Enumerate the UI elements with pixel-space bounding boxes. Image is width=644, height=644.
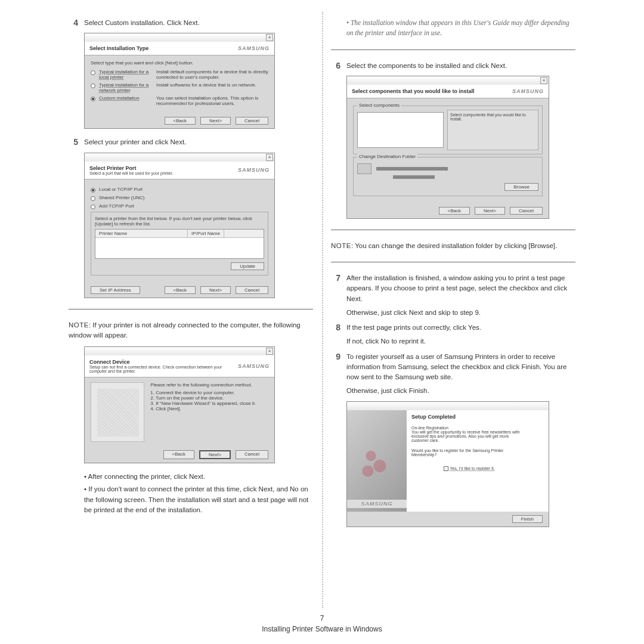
browse-button[interactable]: Browse xyxy=(504,183,538,191)
step-8-text: If the test page prints out correctly, c… xyxy=(346,323,575,333)
radio-icon[interactable] xyxy=(91,188,95,193)
connection-illustration xyxy=(91,382,144,442)
next-button[interactable]: Next> xyxy=(475,207,505,215)
printer-list[interactable]: Printer NameIP/Port Name xyxy=(95,229,264,259)
dialog-title: Setup Completed xyxy=(411,414,527,420)
component-list[interactable] xyxy=(357,112,444,148)
dialog-subtitle: Select type that you want and click [Nex… xyxy=(91,60,268,66)
note-text: NOTE: You can change the desired install… xyxy=(331,241,575,251)
radio-icon[interactable] xyxy=(91,196,95,201)
close-icon[interactable]: × xyxy=(266,348,273,355)
back-button[interactable]: <Back xyxy=(439,207,470,215)
dialog-title: Select components that you would like to… xyxy=(352,88,475,94)
finish-button[interactable]: Finish xyxy=(512,515,543,523)
step-number-5: 5 xyxy=(69,137,84,147)
cancel-button[interactable]: Cancel xyxy=(236,117,268,125)
step-7b-text: Otherwise, just click Next and skip to s… xyxy=(346,308,575,318)
update-button[interactable]: Update xyxy=(231,262,264,270)
install-type-dialog: × Select Installation Type SAMSUNG Selec… xyxy=(84,33,275,129)
dialog-title: Select Printer Port xyxy=(89,165,173,171)
step-number-4: 4 xyxy=(69,18,84,28)
page-footer: 7 Installing Printer Software in Windows xyxy=(0,614,644,633)
step-7-text: After the installation is finished, a wi… xyxy=(346,273,575,304)
radio-icon[interactable] xyxy=(91,83,95,88)
folder-icon xyxy=(357,163,371,174)
page-number: 7 xyxy=(0,614,644,623)
brand-logo: SAMSUNG xyxy=(238,363,270,369)
printer-port-dialog: × Select Printer Port Select a port that… xyxy=(84,153,275,298)
back-button[interactable]: <Back xyxy=(163,450,194,459)
step-9-text: To register yourself as a user of Samsun… xyxy=(346,352,575,383)
next-button[interactable]: Next> xyxy=(200,286,231,294)
radio-icon[interactable] xyxy=(91,97,95,101)
brand-logo: SAMSUNG xyxy=(347,500,407,508)
column-divider xyxy=(322,12,323,608)
cancel-button[interactable]: Cancel xyxy=(236,450,268,459)
step-9b-text: Otherwise, just click Finish. xyxy=(346,386,575,396)
back-button[interactable]: <Back xyxy=(165,117,196,125)
brand-logo: SAMSUNG xyxy=(512,88,544,94)
setup-illustration: SAMSUNG xyxy=(347,410,407,512)
step-4-text: Select Custom installation. Click Next. xyxy=(84,18,313,28)
step-number-8: 8 xyxy=(331,323,346,347)
note-text: NOTE: If your printer is not already con… xyxy=(69,320,313,341)
select-components-dialog: × Select components that you would like … xyxy=(346,76,549,219)
step-number-6: 6 xyxy=(331,61,346,71)
checkbox[interactable] xyxy=(444,466,448,471)
radio-icon[interactable] xyxy=(91,205,95,209)
close-icon[interactable]: × xyxy=(266,34,273,41)
back-button[interactable]: <Back xyxy=(165,286,196,294)
footer-title: Installing Printer Software in Windows xyxy=(262,625,382,633)
close-icon[interactable]: × xyxy=(540,77,547,84)
bullet-text: If you don't want to connect the printer… xyxy=(69,484,313,515)
close-icon[interactable]: × xyxy=(266,154,273,161)
step-5-text: Select your printer and click Next. xyxy=(84,137,313,147)
dialog-title: Connect Device xyxy=(89,359,238,365)
brand-logo: SAMSUNG xyxy=(238,167,270,173)
next-button[interactable]: Next> xyxy=(200,117,231,125)
cancel-button[interactable]: Cancel xyxy=(236,286,268,294)
setup-completed-dialog: SAMSUNG Setup Completed On-line Registra… xyxy=(346,401,549,527)
bullet-text: After connecting the printer, click Next… xyxy=(69,472,313,482)
cancel-button[interactable]: Cancel xyxy=(510,207,543,215)
step-8b-text: If not, click No to reprint it. xyxy=(346,336,575,346)
brand-logo: SAMSUNG xyxy=(238,45,270,51)
italic-note: • The installation window that appears i… xyxy=(331,18,575,39)
step-6-text: Select the components to be installed an… xyxy=(346,61,575,71)
next-button[interactable]: Next> xyxy=(199,450,231,459)
step-number-7: 7 xyxy=(331,273,346,318)
dialog-title: Select Installation Type xyxy=(89,45,148,51)
connect-device-dialog: × Connect Device Setup can not find a co… xyxy=(84,346,275,463)
radio-icon[interactable] xyxy=(91,70,95,75)
step-number-9: 9 xyxy=(331,352,346,397)
set-ip-button[interactable]: Set IP Address xyxy=(91,286,140,294)
